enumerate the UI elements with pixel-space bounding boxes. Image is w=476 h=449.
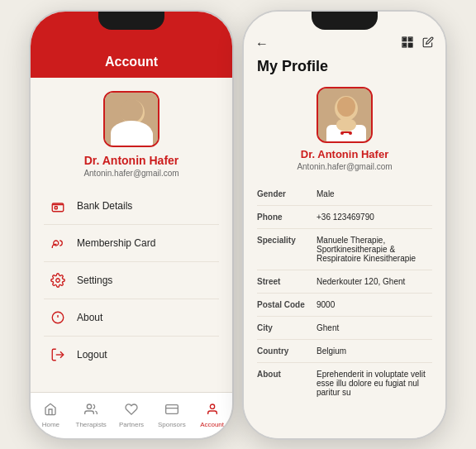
home-icon <box>44 403 57 419</box>
svg-rect-38 <box>341 131 351 133</box>
svg-point-5 <box>127 136 131 139</box>
nav-partners-label: Partners <box>119 421 144 428</box>
nav-home-label: Home <box>42 421 60 428</box>
menu-label-logout: Logout <box>77 349 107 361</box>
nav-sponsors[interactable]: Sponsors <box>151 403 192 428</box>
info-row-about: About Eprehenderit in voluptate velit es… <box>257 363 432 404</box>
svg-rect-23 <box>403 38 405 40</box>
value-postal: 9000 <box>317 300 432 309</box>
right-body: My Profile Dr. Antonin Hafer Antonin.haf… <box>244 58 445 440</box>
svg-point-4 <box>123 122 143 136</box>
value-about: Eprehenderit in voluptate velit esse ill… <box>317 370 432 397</box>
profile-section: Dr. Antonin Hafer Antonin.hafer@gmail.co… <box>31 78 232 188</box>
menu-label-about: About <box>77 312 102 323</box>
left-header-title: Account <box>105 55 158 69</box>
label-speciality: Speciality <box>257 236 317 245</box>
account-icon <box>206 403 219 419</box>
svg-rect-24 <box>410 38 412 40</box>
notch <box>98 12 164 30</box>
label-postal: Postal Code <box>257 300 317 309</box>
nav-therapists-label: Therapists <box>76 421 107 428</box>
nav-account[interactable]: Account <box>192 403 232 428</box>
right-profile-name: Dr. Antonin Hafer <box>301 148 388 160</box>
settings-icon <box>49 271 67 289</box>
svg-point-11 <box>56 278 60 282</box>
nav-partners[interactable]: Partners <box>112 403 152 428</box>
doctor-avatar-img <box>105 93 158 146</box>
menu-item-bank-details[interactable]: Bank Details <box>44 188 219 225</box>
label-city: City <box>257 323 317 332</box>
value-speciality: Manuele Therapie, Sportkinesitherapie & … <box>317 236 432 263</box>
nav-sponsors-label: Sponsors <box>158 421 186 428</box>
left-body: Dr. Antonin Hafer Antonin.hafer@gmail.co… <box>31 78 232 395</box>
value-street: Nederkouter 120, Ghent <box>317 277 432 286</box>
svg-rect-28 <box>411 43 412 45</box>
menu-item-settings[interactable]: Settings <box>44 262 219 299</box>
right-profile-email: Antonin.hafer@gmail.com <box>297 162 392 171</box>
nav-home[interactable]: Home <box>31 403 71 428</box>
label-country: Country <box>257 346 317 356</box>
menu-list: Bank Details Membership Card <box>31 188 232 373</box>
svg-point-33 <box>337 97 355 117</box>
value-city: Ghent <box>317 323 432 332</box>
svg-rect-3 <box>113 129 153 146</box>
label-gender: Gender <box>257 189 317 198</box>
page-title: My Profile <box>257 58 432 75</box>
menu-label-settings: Settings <box>77 275 112 286</box>
therapists-icon <box>84 403 98 419</box>
avatar <box>103 91 159 147</box>
partners-icon <box>125 403 138 419</box>
right-profile-section: Dr. Antonin Hafer Antonin.hafer@gmail.co… <box>257 87 432 171</box>
logout-icon <box>49 346 67 364</box>
svg-point-1 <box>121 100 145 125</box>
profile-email: Antonin.hafer@gmail.com <box>83 169 178 178</box>
label-phone: Phone <box>257 213 317 222</box>
label-street: Street <box>257 277 317 286</box>
info-table: Gender Male Phone +36 123469790 Speciali… <box>257 183 432 404</box>
about-icon <box>49 308 67 327</box>
menu-item-membership-card[interactable]: Membership Card <box>44 225 219 262</box>
svg-point-6 <box>136 136 139 139</box>
menu-item-logout[interactable]: Logout <box>44 337 219 373</box>
menu-label-membership: Membership Card <box>77 237 155 249</box>
svg-point-2 <box>124 101 142 121</box>
profile-name: Dr. Antonin Hafer <box>84 154 179 167</box>
edit-icon[interactable] <box>422 36 434 50</box>
header-icons <box>401 36 434 51</box>
svg-point-19 <box>210 404 214 408</box>
svg-point-35 <box>336 118 356 131</box>
back-button[interactable]: ← <box>255 36 269 51</box>
svg-rect-25 <box>403 44 405 45</box>
right-phone: ← <box>242 10 447 440</box>
svg-rect-30 <box>411 45 412 47</box>
sponsors-icon <box>165 403 178 419</box>
svg-rect-9 <box>55 206 57 208</box>
nav-therapists[interactable]: Therapists <box>71 403 112 428</box>
bank-icon <box>49 197 67 215</box>
value-phone: +36 123469790 <box>317 213 432 222</box>
info-row-city: City Ghent <box>257 317 432 340</box>
right-notch <box>312 12 378 30</box>
menu-item-about[interactable]: About <box>44 299 219 337</box>
value-gender: Male <box>317 189 432 198</box>
membership-icon <box>49 234 67 252</box>
info-row-postal: Postal Code 9000 <box>257 294 432 317</box>
info-row-gender: Gender Male <box>257 183 432 206</box>
info-row-street: Street Nederkouter 120, Ghent <box>257 270 432 294</box>
svg-point-16 <box>88 404 92 408</box>
nav-account-label: Account <box>200 421 224 428</box>
info-row-country: Country Belgium <box>257 340 432 363</box>
label-about: About <box>257 370 317 379</box>
svg-rect-29 <box>408 45 410 47</box>
menu-label-bank: Bank Details <box>77 200 132 212</box>
left-phone: Account Dr. A <box>29 10 234 440</box>
svg-rect-0 <box>105 93 158 146</box>
qr-icon[interactable] <box>401 36 414 51</box>
right-avatar <box>317 87 373 143</box>
svg-rect-27 <box>408 43 410 45</box>
svg-rect-17 <box>165 404 178 413</box>
info-row-phone: Phone +36 123469790 <box>257 206 432 229</box>
bottom-nav: Home Therapists Partners <box>31 392 232 438</box>
svg-rect-7 <box>128 136 138 137</box>
info-row-speciality: Speciality Manuele Therapie, Sportkinesi… <box>257 229 432 270</box>
